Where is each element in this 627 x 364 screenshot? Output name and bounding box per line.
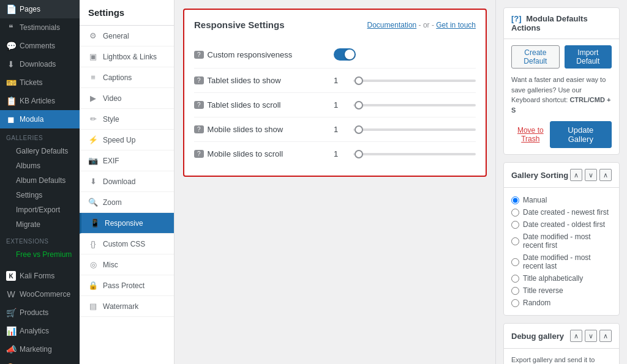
custom-responsiveness-toggle[interactable] <box>334 48 356 61</box>
mobile-slides-scroll-label: ? Mobile slides to scroll <box>194 149 329 158</box>
sorting-radio-list: Manual Date created - newest first Date … <box>511 194 612 309</box>
sidebar-sub-settings[interactable]: Settings <box>0 188 80 202</box>
testimonials-icon: ❝ <box>6 23 16 32</box>
mobile-show-slider[interactable] <box>353 128 476 131</box>
nav-lightbox[interactable]: ▣ Lightbox & Links <box>80 46 174 67</box>
nav-video[interactable]: ▶ Video <box>80 88 174 109</box>
sidebar-item-modula[interactable]: ◼ Modula <box>0 110 80 128</box>
nav-pass-protect[interactable]: 🔒 Pass Protect <box>80 275 174 296</box>
galleries-section-header: Galleries <box>0 128 80 144</box>
content-area: Responsive Settings Documentation - or -… <box>175 0 495 364</box>
responsive-title: Responsive Settings <box>194 20 285 30</box>
tablet-slides-show-label: ? Tablet slides to show <box>194 76 329 85</box>
nav-watermark[interactable]: ▤ Watermark <box>80 296 174 317</box>
sidebar-sub-albums[interactable]: Albums <box>0 158 80 173</box>
sidebar-item-tickets[interactable]: 🎫 Tickets <box>0 73 80 92</box>
sort-option-manual[interactable]: Manual <box>511 194 612 206</box>
mobile-scroll-thumb <box>355 150 363 158</box>
move-to-trash-button[interactable]: Move to Trash <box>511 126 550 143</box>
mobile-slides-show-row: ? Mobile slides to show 1 <box>194 117 476 142</box>
get-in-touch-link[interactable]: Get in touch <box>436 21 476 29</box>
sidebar-item-pages[interactable]: 📄 Pages <box>0 0 80 18</box>
mobile-show-help[interactable]: ? <box>194 125 204 133</box>
sidebar-item-woocommerce[interactable]: W WooCommerce <box>0 285 80 303</box>
sidebar-item-comments[interactable]: 💬 Comments <box>0 37 80 55</box>
debug-up-button[interactable]: ∧ <box>570 330 582 342</box>
sort-option-date-oldest[interactable]: Date created - oldest first <box>511 218 612 231</box>
lock-icon: 🔒 <box>88 281 98 290</box>
debug-down-button[interactable]: ∨ <box>585 330 597 342</box>
nav-zoom[interactable]: 🔍 Zoom <box>80 192 174 213</box>
defaults-note: Want a faster and easier way to save gal… <box>511 75 612 115</box>
create-default-button[interactable]: Create Default <box>511 45 560 69</box>
sort-option-date-newest[interactable]: Date created - newest first <box>511 206 612 218</box>
tablet-show-slider[interactable] <box>353 80 476 82</box>
video-icon: ▶ <box>88 94 98 103</box>
sorting-down-button[interactable]: ∨ <box>585 169 597 181</box>
sidebar-sub-free-premium[interactable]: Free vs Premium <box>0 247 80 262</box>
sidebar-item-testimonials[interactable]: ❝ Testimonials <box>0 18 80 37</box>
import-default-button[interactable]: Import Default <box>565 45 612 69</box>
update-gallery-button[interactable]: Update Gallery <box>550 121 612 148</box>
nav-exif[interactable]: 📷 EXIF <box>80 150 174 171</box>
style-icon: ✏ <box>88 114 98 124</box>
sidebar-sub-album-defaults[interactable]: Album Defaults <box>0 173 80 188</box>
sidebar-sub-import-export[interactable]: Import/Export <box>0 202 80 217</box>
nav-custom-css[interactable]: {} Custom CSS <box>80 234 174 254</box>
sorting-collapse-button[interactable]: ∧ <box>599 169 612 181</box>
sorting-up-button[interactable]: ∧ <box>570 169 582 181</box>
downloads-icon: ⬇ <box>6 59 16 69</box>
tablet-show-value: 1 <box>334 76 346 85</box>
tablet-show-help[interactable]: ? <box>194 76 204 84</box>
sort-option-reverse[interactable]: Title reverse <box>511 284 612 297</box>
nav-captions[interactable]: ≡ Captions <box>80 67 174 88</box>
sort-option-alpha[interactable]: Title alphabetically <box>511 272 612 284</box>
responsive-icon: 📱 <box>90 218 100 228</box>
css-icon: {} <box>88 239 98 248</box>
settings-nav-panel: Settings ⚙ General ▣ Lightbox & Links ≡ … <box>80 0 175 364</box>
tablet-scroll-slider[interactable] <box>353 104 476 106</box>
right-panel: [?] Modula Defaults Actions Create Defau… <box>495 0 627 364</box>
sidebar-sub-migrate[interactable]: Migrate <box>0 217 80 232</box>
responsive-header: Responsive Settings Documentation - or -… <box>194 20 476 30</box>
nav-download[interactable]: ⬇ Download <box>80 171 174 192</box>
move-to-trash-row: Move to Trash Update Gallery <box>511 121 612 148</box>
defaults-buttons: Create Default Import Default <box>511 45 612 69</box>
nav-speed-up[interactable]: ⚡ Speed Up <box>80 130 174 150</box>
analytics-icon: 📊 <box>6 326 16 336</box>
defaults-section: [?] Modula Defaults Actions Create Defau… <box>503 7 620 155</box>
mobile-scroll-slider[interactable] <box>353 153 476 155</box>
documentation-link[interactable]: Documentation <box>367 21 417 29</box>
sidebar-item-appearance[interactable]: 🎨 Appearance <box>0 358 80 364</box>
lightbox-icon: ▣ <box>88 52 98 61</box>
debug-controls: ∧ ∨ ∧ <box>570 330 612 342</box>
sort-option-modified-recent[interactable]: Date modified - most recent first <box>511 231 612 251</box>
sidebar-item-kb-articles[interactable]: 📋 KB Articles <box>0 92 80 110</box>
sort-option-modified-last[interactable]: Date modified - most recent last <box>511 251 612 272</box>
tablet-scroll-help[interactable]: ? <box>194 101 204 109</box>
settings-panel-title: Settings <box>80 0 174 26</box>
debug-collapse-button[interactable]: ∧ <box>599 330 612 342</box>
extensions-section-header: Extensions <box>0 232 80 247</box>
responsive-settings-box: Responsive Settings Documentation - or -… <box>183 9 487 177</box>
nav-misc[interactable]: ◎ Misc <box>80 254 174 275</box>
debug-header: Debug gallery ∧ ∨ ∧ <box>504 324 619 349</box>
tablet-slides-show-row: ? Tablet slides to show 1 <box>194 69 476 93</box>
debug-section: Debug gallery ∧ ∨ ∧ Export gallery and s… <box>503 323 620 364</box>
mobile-show-value: 1 <box>334 125 346 134</box>
sidebar-item-marketing[interactable]: 📣 Marketing <box>0 340 80 358</box>
sidebar-item-kali-forms[interactable]: K Kali Forms <box>0 267 80 285</box>
sidebar-sub-gallery-defaults[interactable]: Gallery Defaults <box>0 144 80 158</box>
sidebar-item-downloads[interactable]: ⬇ Downloads <box>0 55 80 73</box>
woo-icon: W <box>6 289 16 299</box>
nav-general[interactable]: ⚙ General <box>80 26 174 46</box>
mobile-scroll-help[interactable]: ? <box>194 150 204 158</box>
sidebar-item-analytics[interactable]: 📊 Analytics <box>0 322 80 340</box>
mobile-scroll-value: 1 <box>334 149 346 158</box>
custom-help-badge[interactable]: ? <box>194 51 204 59</box>
sort-option-random[interactable]: Random <box>511 297 612 309</box>
sidebar-item-products[interactable]: 🛒 Products <box>0 303 80 322</box>
nav-style[interactable]: ✏ Style <box>80 109 174 130</box>
nav-responsive[interactable]: 📱 Responsive <box>80 213 174 234</box>
mobile-show-thumb <box>355 125 363 134</box>
